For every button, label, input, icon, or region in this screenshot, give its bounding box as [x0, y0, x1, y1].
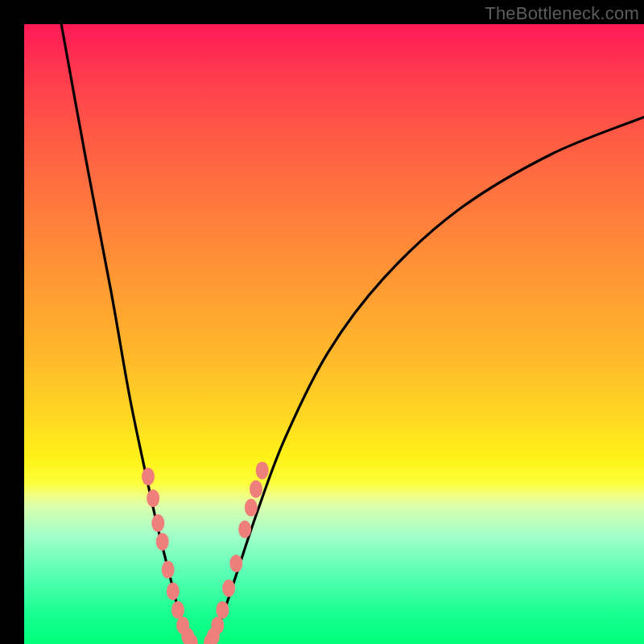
bead: [147, 489, 159, 507]
bead: [151, 514, 164, 532]
bead: [216, 601, 229, 619]
bead: [222, 580, 235, 597]
chart-svg: [24, 24, 644, 644]
bead: [211, 617, 224, 634]
beads-group: [142, 461, 269, 644]
bead: [171, 601, 184, 619]
curve-left: [61, 24, 192, 644]
bead: [162, 561, 175, 579]
bead: [238, 521, 251, 539]
bead: [256, 461, 269, 479]
bead: [250, 481, 262, 498]
bead: [245, 499, 258, 517]
bead: [229, 555, 242, 572]
bead: [142, 468, 155, 485]
curve-right: [210, 118, 644, 645]
bead: [167, 583, 180, 601]
watermark-text: TheBottleneck.com: [485, 3, 639, 24]
bead: [156, 533, 169, 551]
chart-frame: TheBottleneck.com: [0, 0, 644, 644]
